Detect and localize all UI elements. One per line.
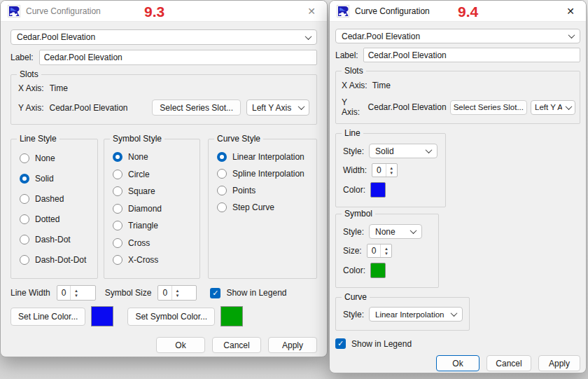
chevron-down-icon <box>298 103 305 110</box>
close-icon[interactable]: ✕ <box>562 5 579 18</box>
curve-style-combobox[interactable]: Linear Interpolation <box>369 307 463 322</box>
radio-curve-linear[interactable]: Linear Interpolation <box>217 152 316 162</box>
radio-icon <box>20 214 29 224</box>
radio-label: Linear Interpolation <box>232 152 304 162</box>
ok-button[interactable]: Ok <box>156 337 205 353</box>
apply-button[interactable]: Apply <box>268 337 317 353</box>
x-axis-value: Time <box>50 83 68 93</box>
symbol-group-title: Symbol <box>342 209 375 219</box>
radio-line-dash-dot[interactable]: Dash-Dot <box>20 235 97 244</box>
curve-configuration-dialog-93: Curve Configuration 9.3 ✕ Cedar.Pool Ele… <box>0 0 328 357</box>
slot-selector-combobox[interactable]: Cedar.Pool Elevation <box>10 29 317 45</box>
symbol-color-swatch[interactable] <box>370 263 386 278</box>
x-axis-caption: X Axis: <box>342 81 368 90</box>
show-in-legend-checkbox[interactable]: ✓ Show in Legend <box>210 288 286 298</box>
y-axis-caption: Y Axis: <box>342 97 365 117</box>
radio-line-solid[interactable]: Solid <box>20 174 97 184</box>
radio-label: Dash-Dot-Dot <box>35 255 86 265</box>
radio-label: X-Cross <box>128 255 158 265</box>
radio-symbol-circle[interactable]: Circle <box>113 170 200 179</box>
show-in-legend-checkbox[interactable]: ✓ Show in Legend <box>335 338 580 349</box>
radio-symbol-diamond[interactable]: Diamond <box>113 204 200 214</box>
radio-symbol-square[interactable]: Square <box>113 186 200 196</box>
line-color-swatch <box>91 306 113 326</box>
select-series-slot-button[interactable]: Select Series Slot... <box>450 100 527 115</box>
select-series-slot-button[interactable]: Select Series Slot... <box>152 99 241 116</box>
checkbox-checked-icon: ✓ <box>335 338 346 349</box>
symbol-size-spinner[interactable]: 0 ▲ ▼ <box>367 244 393 258</box>
radio-curve-spline[interactable]: Spline Interpolation <box>217 169 316 179</box>
line-color-swatch[interactable] <box>370 182 386 198</box>
radio-selected-icon <box>217 152 227 162</box>
spin-up-icon[interactable]: ▲ <box>176 289 180 293</box>
x-axis-value: Time <box>372 81 391 90</box>
curve-style-group-title: Curve Style <box>214 134 263 144</box>
y-axis-combobox[interactable]: Left Y A: <box>531 100 575 115</box>
radio-line-dashed[interactable]: Dashed <box>20 194 97 204</box>
curve-style-group: Curve Style Linear Interpolation Spline … <box>208 139 317 279</box>
y-axis-value: Cedar.Pool Elevation <box>368 102 447 112</box>
spinner-arrows[interactable]: ▲ ▼ <box>380 244 391 257</box>
spin-up-icon[interactable]: ▲ <box>389 166 393 170</box>
spinner-arrows[interactable]: ▲ ▼ <box>172 286 183 300</box>
label-input[interactable] <box>363 48 580 62</box>
radio-symbol-none[interactable]: None <box>113 152 200 162</box>
title-bar[interactable]: Curve Configuration 9.3 ✕ <box>1 1 327 22</box>
radio-label: None <box>128 152 148 162</box>
radio-icon <box>113 204 122 214</box>
radio-label: Cross <box>128 238 150 248</box>
symbol-style-combobox[interactable]: None <box>369 224 422 239</box>
spinner-arrows[interactable]: ▲ ▼ <box>386 164 397 177</box>
radio-icon <box>113 238 122 248</box>
curve-group: Curve Style: Linear Interpolation <box>335 297 470 331</box>
title-bar[interactable]: Curve Configuration 9.4 ✕ <box>330 1 586 22</box>
close-icon[interactable]: ✕ <box>303 5 320 18</box>
spin-up-icon[interactable]: ▲ <box>74 289 78 293</box>
radio-icon <box>113 255 122 265</box>
ok-button[interactable]: Ok <box>436 355 479 371</box>
symbol-size-spinner[interactable]: 0 ▲ ▼ <box>158 285 197 301</box>
radio-label: Solid <box>35 174 54 184</box>
y-axis-combobox[interactable]: Left Y Axis <box>246 99 309 116</box>
line-width-spinner[interactable]: 0 ▲ ▼ <box>57 285 96 301</box>
symbol-style-value: None <box>375 227 407 237</box>
show-in-legend-label: Show in Legend <box>351 339 412 349</box>
radio-icon <box>217 202 227 212</box>
radio-line-dash-dot-dot[interactable]: Dash-Dot-Dot <box>20 255 97 265</box>
line-style-combobox[interactable]: Solid <box>369 144 438 158</box>
spin-up-icon[interactable]: ▲ <box>384 247 388 251</box>
slot-selector-combobox[interactable]: Cedar.Pool Elevation <box>335 29 580 43</box>
spin-down-icon[interactable]: ▼ <box>74 294 78 298</box>
line-color-caption: Color: <box>343 185 365 195</box>
radio-symbol-cross[interactable]: Cross <box>113 238 200 248</box>
radio-curve-step[interactable]: Step Curve <box>217 202 316 212</box>
line-width-caption: Line Width <box>10 288 50 298</box>
line-style-group: Line Style None Solid Dashed Dotted <box>10 139 98 279</box>
symbol-color-swatch <box>220 306 243 326</box>
set-symbol-color-button[interactable]: Set Symbol Color... <box>127 308 215 326</box>
radio-label: Dash-Dot <box>35 235 71 244</box>
chevron-down-icon <box>566 103 573 110</box>
checkbox-checked-icon: ✓ <box>210 288 220 298</box>
cancel-button[interactable]: Cancel <box>486 355 531 371</box>
line-width-value: 0 <box>372 164 386 177</box>
radio-curve-points[interactable]: Points <box>217 186 316 195</box>
line-width-spinner[interactable]: 0 ▲ ▼ <box>372 163 398 177</box>
cancel-button[interactable]: Cancel <box>212 337 261 353</box>
spinner-arrows[interactable]: ▲ ▼ <box>70 286 81 300</box>
symbol-size-caption: Symbol Size <box>105 288 152 298</box>
radio-label: Triangle <box>128 221 158 230</box>
spin-down-icon[interactable]: ▼ <box>384 251 388 256</box>
set-line-color-button[interactable]: Set Line Color... <box>10 308 85 326</box>
radio-line-dotted[interactable]: Dotted <box>20 214 97 224</box>
radio-label: Points <box>232 186 255 195</box>
radio-symbol-x-cross[interactable]: X-Cross <box>113 255 200 265</box>
label-input[interactable] <box>39 50 317 65</box>
apply-button[interactable]: Apply <box>538 355 580 371</box>
radio-line-none[interactable]: None <box>20 153 97 163</box>
radio-symbol-triangle[interactable]: Triangle <box>113 221 200 230</box>
spin-down-icon[interactable]: ▼ <box>389 171 393 175</box>
radio-label: Dotted <box>35 214 59 224</box>
spin-down-icon[interactable]: ▼ <box>176 294 180 298</box>
symbol-size-caption: Size: <box>343 246 362 256</box>
